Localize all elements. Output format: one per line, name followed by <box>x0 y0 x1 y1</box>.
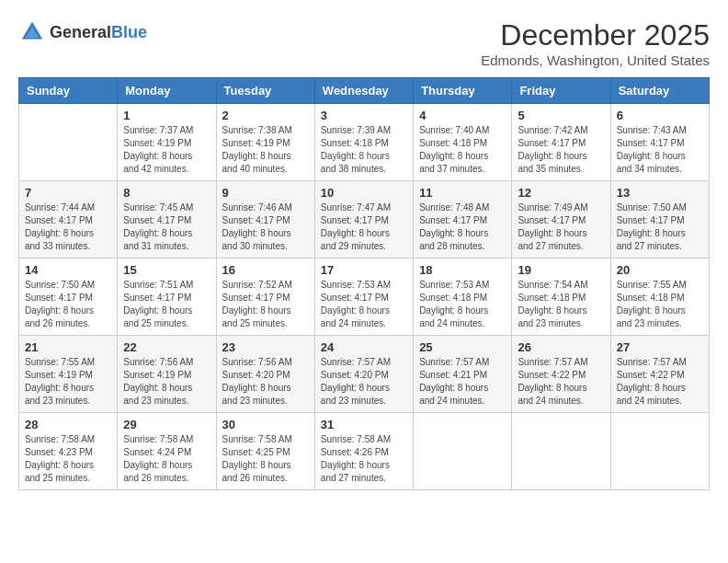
day-info: Sunrise: 7:51 AM Sunset: 4:17 PM Dayligh… <box>123 279 210 330</box>
calendar-cell: 17Sunrise: 7:53 AM Sunset: 4:17 PM Dayli… <box>314 259 413 336</box>
day-number: 23 <box>222 340 309 354</box>
day-number: 19 <box>518 263 604 277</box>
day-info: Sunrise: 7:37 AM Sunset: 4:19 PM Dayligh… <box>123 124 210 176</box>
logo-general-text: General <box>50 23 111 41</box>
calendar-cell: 25Sunrise: 7:57 AM Sunset: 4:21 PM Dayli… <box>414 336 512 413</box>
calendar-cell: 19Sunrise: 7:54 AM Sunset: 4:18 PM Dayli… <box>512 259 610 336</box>
calendar-cell: 24Sunrise: 7:57 AM Sunset: 4:20 PM Dayli… <box>314 336 413 413</box>
calendar-cell: 10Sunrise: 7:47 AM Sunset: 4:17 PM Dayli… <box>314 181 413 259</box>
calendar-cell: 16Sunrise: 7:52 AM Sunset: 4:17 PM Dayli… <box>216 259 314 336</box>
day-number: 12 <box>518 186 604 200</box>
day-info: Sunrise: 7:49 AM Sunset: 4:17 PM Dayligh… <box>518 201 604 253</box>
day-info: Sunrise: 7:43 AM Sunset: 4:17 PM Dayligh… <box>617 124 703 176</box>
weekday-header-cell: Sunday <box>19 78 118 104</box>
calendar-cell: 21Sunrise: 7:55 AM Sunset: 4:19 PM Dayli… <box>19 336 118 413</box>
day-info: Sunrise: 7:57 AM Sunset: 4:22 PM Dayligh… <box>617 356 703 408</box>
calendar-cell: 7Sunrise: 7:44 AM Sunset: 4:17 PM Daylig… <box>19 181 118 259</box>
day-info: Sunrise: 7:57 AM Sunset: 4:21 PM Dayligh… <box>419 356 506 408</box>
calendar-cell: 28Sunrise: 7:58 AM Sunset: 4:23 PM Dayli… <box>19 413 118 490</box>
logo: GeneralBlue <box>18 18 147 46</box>
calendar-cell: 6Sunrise: 7:43 AM Sunset: 4:17 PM Daylig… <box>610 104 709 181</box>
day-info: Sunrise: 7:45 AM Sunset: 4:17 PM Dayligh… <box>123 201 210 253</box>
calendar-cell: 11Sunrise: 7:48 AM Sunset: 4:17 PM Dayli… <box>414 181 512 259</box>
day-number: 31 <box>321 418 407 431</box>
day-number: 29 <box>123 418 210 431</box>
day-info: Sunrise: 7:46 AM Sunset: 4:17 PM Dayligh… <box>222 201 309 253</box>
day-number: 2 <box>222 109 309 122</box>
day-number: 21 <box>25 340 111 354</box>
title-block: December 2025 Edmonds, Washington, Unite… <box>481 18 710 68</box>
calendar-cell: 13Sunrise: 7:50 AM Sunset: 4:17 PM Dayli… <box>610 181 709 259</box>
weekday-header-cell: Thursday <box>414 78 512 104</box>
day-info: Sunrise: 7:39 AM Sunset: 4:18 PM Dayligh… <box>321 124 407 176</box>
calendar-body: 1Sunrise: 7:37 AM Sunset: 4:19 PM Daylig… <box>19 104 710 490</box>
day-number: 7 <box>25 186 111 200</box>
page-header: GeneralBlue December 2025 Edmonds, Washi… <box>18 18 710 68</box>
calendar-cell: 3Sunrise: 7:39 AM Sunset: 4:18 PM Daylig… <box>314 104 413 181</box>
logo-icon <box>18 18 46 46</box>
day-info: Sunrise: 7:57 AM Sunset: 4:20 PM Dayligh… <box>321 356 407 408</box>
calendar-cell: 12Sunrise: 7:49 AM Sunset: 4:17 PM Dayli… <box>512 181 610 259</box>
day-number: 8 <box>123 186 210 200</box>
calendar-cell: 1Sunrise: 7:37 AM Sunset: 4:19 PM Daylig… <box>118 104 216 181</box>
day-number: 18 <box>419 263 506 277</box>
day-info: Sunrise: 7:50 AM Sunset: 4:17 PM Dayligh… <box>25 279 111 330</box>
month-title: December 2025 <box>481 18 710 52</box>
day-info: Sunrise: 7:58 AM Sunset: 4:24 PM Dayligh… <box>123 433 210 485</box>
day-number: 11 <box>419 186 506 200</box>
calendar-table: SundayMondayTuesdayWednesdayThursdayFrid… <box>18 77 710 490</box>
day-number: 5 <box>518 109 604 122</box>
weekday-header-cell: Monday <box>118 78 216 104</box>
day-info: Sunrise: 7:40 AM Sunset: 4:18 PM Dayligh… <box>419 124 506 176</box>
day-info: Sunrise: 7:56 AM Sunset: 4:19 PM Dayligh… <box>123 356 210 408</box>
day-number: 27 <box>617 340 703 354</box>
weekday-header-row: SundayMondayTuesdayWednesdayThursdayFrid… <box>19 78 710 104</box>
location-title: Edmonds, Washington, United States <box>481 52 710 68</box>
day-number: 22 <box>123 340 210 354</box>
calendar-cell <box>512 413 610 490</box>
calendar-cell: 27Sunrise: 7:57 AM Sunset: 4:22 PM Dayli… <box>610 336 709 413</box>
day-info: Sunrise: 7:47 AM Sunset: 4:17 PM Dayligh… <box>321 201 407 253</box>
day-info: Sunrise: 7:54 AM Sunset: 4:18 PM Dayligh… <box>518 279 604 330</box>
calendar-cell: 29Sunrise: 7:58 AM Sunset: 4:24 PM Dayli… <box>118 413 216 490</box>
calendar-cell <box>19 104 118 181</box>
day-info: Sunrise: 7:58 AM Sunset: 4:23 PM Dayligh… <box>25 433 111 485</box>
day-number: 30 <box>222 418 309 431</box>
day-number: 9 <box>222 186 309 200</box>
weekday-header-cell: Tuesday <box>216 78 314 104</box>
day-info: Sunrise: 7:53 AM Sunset: 4:18 PM Dayligh… <box>419 279 506 330</box>
day-number: 14 <box>25 263 111 277</box>
day-number: 10 <box>321 186 407 200</box>
calendar-cell: 4Sunrise: 7:40 AM Sunset: 4:18 PM Daylig… <box>414 104 512 181</box>
day-info: Sunrise: 7:44 AM Sunset: 4:17 PM Dayligh… <box>25 201 111 253</box>
day-number: 1 <box>123 109 210 122</box>
day-info: Sunrise: 7:48 AM Sunset: 4:17 PM Dayligh… <box>419 201 506 253</box>
calendar-week-row: 1Sunrise: 7:37 AM Sunset: 4:19 PM Daylig… <box>19 104 710 181</box>
calendar-cell: 15Sunrise: 7:51 AM Sunset: 4:17 PM Dayli… <box>118 259 216 336</box>
day-info: Sunrise: 7:53 AM Sunset: 4:17 PM Dayligh… <box>321 279 407 330</box>
day-number: 6 <box>617 109 703 122</box>
calendar-cell: 23Sunrise: 7:56 AM Sunset: 4:20 PM Dayli… <box>216 336 314 413</box>
calendar-cell: 30Sunrise: 7:58 AM Sunset: 4:25 PM Dayli… <box>216 413 314 490</box>
day-number: 20 <box>617 263 703 277</box>
calendar-cell: 31Sunrise: 7:58 AM Sunset: 4:26 PM Dayli… <box>314 413 413 490</box>
weekday-header-cell: Friday <box>512 78 610 104</box>
day-info: Sunrise: 7:57 AM Sunset: 4:22 PM Dayligh… <box>518 356 604 408</box>
logo-blue-text: Blue <box>111 23 147 41</box>
calendar-cell: 8Sunrise: 7:45 AM Sunset: 4:17 PM Daylig… <box>118 181 216 259</box>
calendar-cell: 5Sunrise: 7:42 AM Sunset: 4:17 PM Daylig… <box>512 104 610 181</box>
day-number: 28 <box>25 418 111 431</box>
calendar-week-row: 28Sunrise: 7:58 AM Sunset: 4:23 PM Dayli… <box>19 413 710 490</box>
day-number: 26 <box>518 340 604 354</box>
day-info: Sunrise: 7:55 AM Sunset: 4:18 PM Dayligh… <box>617 279 703 330</box>
day-info: Sunrise: 7:50 AM Sunset: 4:17 PM Dayligh… <box>617 201 703 253</box>
calendar-week-row: 21Sunrise: 7:55 AM Sunset: 4:19 PM Dayli… <box>19 336 710 413</box>
calendar-cell: 14Sunrise: 7:50 AM Sunset: 4:17 PM Dayli… <box>19 259 118 336</box>
calendar-cell <box>610 413 709 490</box>
day-info: Sunrise: 7:58 AM Sunset: 4:25 PM Dayligh… <box>222 433 309 485</box>
calendar-cell: 26Sunrise: 7:57 AM Sunset: 4:22 PM Dayli… <box>512 336 610 413</box>
weekday-header-cell: Wednesday <box>314 78 413 104</box>
day-number: 25 <box>419 340 506 354</box>
day-info: Sunrise: 7:38 AM Sunset: 4:19 PM Dayligh… <box>222 124 309 176</box>
weekday-header-cell: Saturday <box>610 78 709 104</box>
